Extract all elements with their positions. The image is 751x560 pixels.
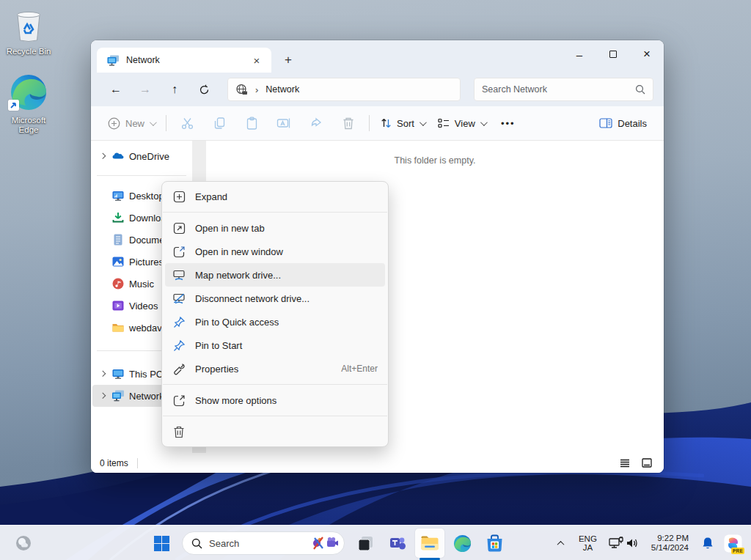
menu-item-delete[interactable]	[165, 420, 385, 443]
shortcut-arrow-icon	[8, 100, 19, 111]
details-pane-icon	[599, 118, 612, 128]
rename-button[interactable]	[268, 111, 300, 136]
toolbar-divider	[369, 115, 370, 131]
menu-item-open-in-new-window[interactable]: Open in new window	[165, 240, 385, 263]
widgets-button[interactable]	[9, 528, 38, 558]
task-view-icon	[357, 535, 374, 552]
sidebar-item-onedrive[interactable]: OneDrive	[92, 145, 191, 167]
breadcrumb-item-network[interactable]: Network	[265, 84, 299, 95]
new-tab-button[interactable]: +	[277, 49, 299, 71]
menu-item-open-in-new-tab[interactable]: Open in new tab	[165, 216, 385, 240]
volume-icon	[626, 537, 640, 550]
empty-folder-message: This folder is empty.	[206, 155, 664, 166]
location-globe-icon	[235, 84, 248, 96]
delete-button[interactable]	[332, 111, 364, 136]
tab-close-button[interactable]: ×	[249, 53, 264, 67]
toolbar-divider	[166, 115, 166, 131]
sort-button[interactable]: Sort	[374, 111, 431, 136]
details-view-button[interactable]	[617, 456, 633, 471]
menu-item-shortcut: Alt+Enter	[341, 364, 378, 374]
forward-button[interactable]: →	[131, 77, 160, 102]
menu-item-pin-to-quick-access[interactable]: Pin to Quick access	[165, 310, 385, 334]
menu-separator	[163, 212, 387, 213]
sort-button-label: Sort	[397, 118, 414, 129]
task-view-button[interactable]	[351, 528, 380, 558]
clock[interactable]: 9:22 PM 5/14/2024	[646, 534, 694, 553]
microsoft-store-icon	[486, 534, 504, 553]
desktop-folder-icon	[111, 189, 125, 202]
context-menu: Expand Open in new tab Open in new windo…	[161, 181, 389, 447]
maximize-button[interactable]	[596, 40, 630, 68]
up-button[interactable]: ↑	[160, 77, 189, 102]
show-more-icon	[172, 394, 186, 407]
copilot-button[interactable]: PRE	[722, 528, 744, 558]
maximize-icon	[609, 51, 617, 58]
teams-button[interactable]	[383, 528, 412, 558]
large-icons-view-button[interactable]	[639, 456, 655, 471]
tab-network[interactable]: Network ×	[97, 48, 271, 73]
menu-item-show-more-options[interactable]: Show more options	[165, 388, 385, 412]
status-divider	[137, 458, 138, 468]
view-icon	[438, 118, 450, 128]
share-button[interactable]	[300, 111, 332, 136]
start-button[interactable]	[147, 528, 176, 558]
network-tab-icon	[107, 55, 120, 66]
downloads-icon	[111, 211, 125, 224]
language-indicator[interactable]: ENG JA	[574, 534, 602, 553]
see-more-button[interactable]: •••	[492, 111, 524, 136]
open-new-window-icon	[172, 245, 186, 258]
explorer-search[interactable]	[474, 78, 653, 101]
status-bar: 0 items	[91, 453, 664, 473]
this-pc-icon	[111, 367, 125, 380]
menu-item-map-network-drive[interactable]: Map network drive...	[165, 263, 385, 287]
paste-button[interactable]	[235, 111, 268, 136]
breadcrumb[interactable]: › Network	[227, 78, 461, 101]
desktop-icon-microsoft-edge[interactable]: Microsoft Edge	[1, 73, 56, 135]
details-button[interactable]: Details	[593, 111, 653, 136]
teams-icon	[389, 534, 406, 552]
taskbar-search[interactable]: Search	[182, 531, 345, 555]
file-explorer-button[interactable]	[415, 528, 444, 558]
view-button[interactable]: View	[431, 111, 492, 136]
search-icon	[635, 84, 645, 95]
microsoft-store-button[interactable]	[480, 528, 509, 558]
menu-item-expand[interactable]: Expand	[165, 185, 385, 208]
expand-icon	[172, 190, 186, 203]
menu-item-properties[interactable]: Properties Alt+Enter	[165, 357, 385, 380]
desktop-icon-recycle-bin[interactable]: Recycle Bin	[1, 7, 56, 56]
menu-separator	[163, 384, 387, 385]
refresh-button[interactable]	[189, 77, 219, 102]
chevron-up-icon	[557, 540, 565, 548]
copy-button[interactable]	[203, 111, 235, 136]
details-button-label: Details	[618, 118, 647, 129]
sidebar-separator	[97, 175, 186, 176]
cut-button[interactable]	[171, 111, 203, 136]
edge-button[interactable]	[447, 528, 477, 558]
window-controls: – ×	[563, 40, 664, 68]
sidebar-item-label: Desktop	[129, 191, 164, 202]
edge-icon	[453, 534, 472, 553]
map-network-drive-icon	[172, 268, 186, 281]
search-highlight-icon	[312, 534, 340, 552]
expand-chevron-icon[interactable]	[97, 150, 109, 162]
expand-chevron-icon[interactable]	[97, 390, 109, 402]
onedrive-icon	[111, 150, 125, 163]
notifications-button[interactable]	[697, 528, 719, 558]
menu-item-pin-to-start[interactable]: Pin to Start	[165, 334, 385, 357]
file-explorer-icon	[420, 534, 439, 552]
close-button[interactable]: ×	[630, 40, 664, 68]
new-button[interactable]: New	[101, 111, 161, 136]
minimize-button[interactable]: –	[563, 40, 596, 68]
language-bottom: JA	[579, 543, 597, 553]
address-bar: ← → ↑ › Network	[91, 73, 664, 106]
explorer-search-input[interactable]	[482, 84, 635, 95]
expand-chevron-icon[interactable]	[97, 368, 109, 380]
back-button[interactable]: ←	[101, 77, 131, 102]
system-tray[interactable]	[605, 536, 643, 550]
copilot-pre-badge: PRE	[731, 548, 744, 554]
tray-expand-button[interactable]	[552, 528, 571, 558]
trash-icon	[172, 425, 186, 438]
windows-logo-icon	[153, 535, 170, 552]
menu-item-disconnect-network-drive[interactable]: Disconnect network drive...	[165, 287, 385, 310]
desktop-icon-label: Recycle Bin	[1, 47, 56, 56]
